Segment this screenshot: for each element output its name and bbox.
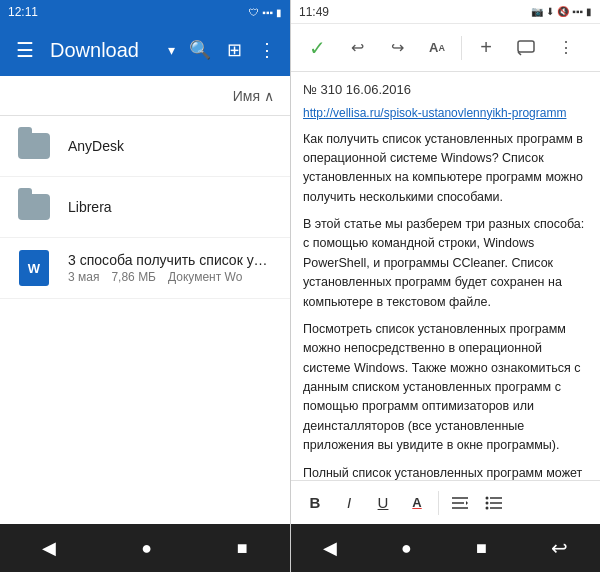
left-status-bar: 12:11 🛡 ▪▪▪ ▮ (0, 0, 290, 24)
word-doc-icon: W (16, 250, 52, 286)
search-icon[interactable]: 🔍 (183, 33, 217, 67)
dropdown-icon[interactable]: ▾ (168, 42, 175, 58)
file-name: 3 способа получить список устано... (68, 252, 274, 268)
file-name: Librera (68, 199, 274, 215)
right-panel: 11:49 📷 ⬇ 🔇 ▪▪▪ ▮ ✓ ↩ ↪ AA + ⋮ № 310 16.… (291, 0, 600, 572)
insert-button[interactable]: + (468, 30, 504, 66)
align-button[interactable] (444, 487, 476, 519)
bold-button[interactable]: B (299, 487, 331, 519)
left-time: 12:11 (8, 5, 38, 19)
recents-button[interactable]: ■ (217, 528, 268, 569)
svg-rect-0 (518, 41, 534, 52)
undo-button[interactable]: ↩ (339, 30, 375, 66)
left-status-icons: 🛡 ▪▪▪ ▮ (249, 7, 282, 18)
battery-icon: ▮ (276, 7, 282, 18)
redo-button[interactable]: ↪ (379, 30, 415, 66)
camera-icon: 📷 (531, 6, 543, 17)
file-date: 3 мая (68, 270, 99, 284)
list-item[interactable]: Librera (0, 177, 290, 238)
doc-number: № 310 16.06.2016 (303, 80, 588, 100)
file-info: Librera (68, 199, 274, 215)
doc-paragraph-3: Посмотреть список установленных программ… (303, 320, 588, 456)
doc-link[interactable]: http://vellisa.ru/spisok-ustanovlennyikh… (303, 104, 588, 122)
file-meta: 3 мая 7,86 МБ Документ Wo (68, 270, 274, 284)
sort-direction-icon[interactable]: ∧ (264, 88, 274, 104)
battery-right-icon: ▮ (586, 6, 592, 17)
confirm-button[interactable]: ✓ (299, 30, 335, 66)
doc-paragraph-1: Как получить список установленных програ… (303, 130, 588, 208)
right-status-bar: 11:49 📷 ⬇ 🔇 ▪▪▪ ▮ (291, 0, 600, 24)
left-nav-bar: ◀ ● ■ (0, 524, 290, 572)
list-item[interactable]: W 3 способа получить список устано... 3 … (0, 238, 290, 299)
folder-title: Download (50, 39, 160, 62)
left-toolbar: ☰ Download ▾ 🔍 ⊞ ⋮ (0, 24, 290, 76)
sort-bar: Имя ∧ (0, 76, 290, 116)
right-back-button[interactable]: ◀ (307, 527, 353, 569)
file-size: 7,86 МБ (111, 270, 156, 284)
comment-button[interactable] (508, 30, 544, 66)
file-name: AnyDesk (68, 138, 274, 154)
svg-point-11 (486, 506, 489, 509)
signal-icon: ▪▪▪ (262, 7, 273, 18)
grid-icon[interactable]: ⊞ (221, 33, 248, 67)
mute-icon: 🔇 (557, 6, 569, 17)
file-list: AnyDesk Librera W 3 способа получить спи… (0, 116, 290, 524)
right-reply-button[interactable]: ↩ (535, 526, 584, 570)
right-nav-bar: ◀ ● ■ ↩ (291, 524, 600, 572)
right-home-button[interactable]: ● (385, 528, 428, 569)
underline-button[interactable]: U (367, 487, 399, 519)
toolbar-actions: 🔍 ⊞ ⋮ (183, 33, 282, 67)
doc-paragraph-2: В этой статье мы разберем три разных спо… (303, 215, 588, 312)
more-icon[interactable]: ⋮ (252, 33, 282, 67)
text-size-button[interactable]: AA (419, 30, 455, 66)
doc-paragraph-4: Полный список установленных программ мож… (303, 464, 588, 481)
font-color-button[interactable]: A (401, 487, 433, 519)
menu-icon[interactable]: ☰ (8, 30, 42, 70)
home-button[interactable]: ● (121, 528, 172, 569)
wifi-icon: ▪▪▪ (572, 6, 583, 17)
svg-point-10 (486, 501, 489, 504)
doc-content: № 310 16.06.2016 http://vellisa.ru/spiso… (291, 72, 600, 480)
file-info: 3 способа получить список устано... 3 ма… (68, 252, 274, 284)
right-status-icons: 📷 ⬇ 🔇 ▪▪▪ ▮ (531, 6, 592, 17)
list-item[interactable]: AnyDesk (0, 116, 290, 177)
format-bar: B I U A (291, 480, 600, 524)
folder-icon (16, 128, 52, 164)
file-type: Документ Wo (168, 270, 242, 284)
list-button[interactable] (478, 487, 510, 519)
svg-point-9 (486, 496, 489, 499)
right-time: 11:49 (299, 5, 329, 19)
right-toolbar: ✓ ↩ ↪ AA + ⋮ (291, 24, 600, 72)
sort-label: Имя (233, 88, 260, 104)
italic-button[interactable]: I (333, 487, 365, 519)
doc-more-button[interactable]: ⋮ (548, 30, 584, 66)
back-button[interactable]: ◀ (22, 527, 76, 569)
toolbar-separator (461, 36, 462, 60)
file-info: AnyDesk (68, 138, 274, 154)
format-separator (438, 491, 439, 515)
shield-icon: 🛡 (249, 7, 259, 18)
folder-icon (16, 189, 52, 225)
svg-marker-5 (466, 501, 468, 505)
download-indicator-icon: ⬇ (546, 6, 554, 17)
left-panel: 12:11 🛡 ▪▪▪ ▮ ☰ Download ▾ 🔍 ⊞ ⋮ Имя ∧ A… (0, 0, 290, 572)
right-recents-button[interactable]: ■ (460, 528, 503, 569)
